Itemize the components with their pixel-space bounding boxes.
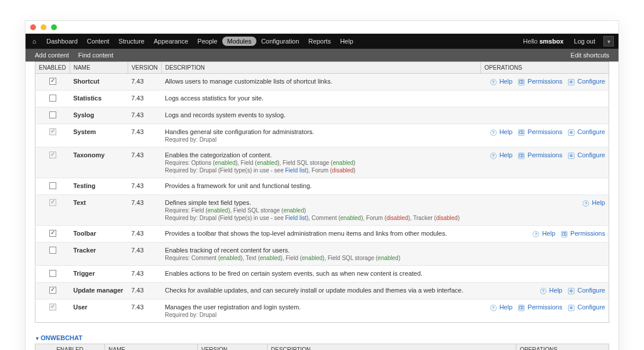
hello-label: Hello [523, 38, 540, 45]
enabled-checkbox [49, 199, 56, 206]
help-link[interactable]: ? Help [533, 230, 555, 237]
module-name: Tracker [70, 243, 128, 266]
gear-icon: ✲ [568, 153, 574, 159]
module-row-shortcut: Shortcut7.43Allows users to manage custo… [35, 74, 609, 91]
module-description: Enables actions to be fired on certain s… [161, 266, 480, 283]
modules-table: ENABLED NAME VERSION DESCRIPTION OPERATI… [35, 62, 609, 323]
module-name: Testing [70, 178, 128, 195]
help-icon: ? [540, 288, 547, 294]
module-description: Enables the categorization of content.Re… [161, 147, 480, 178]
window-traffic-lights [26, 21, 618, 34]
nav-help[interactable]: Help [335, 35, 358, 47]
enabled-checkbox[interactable] [49, 247, 56, 254]
col-description: DESCRIPTION [161, 62, 480, 74]
help-link[interactable]: ? Help [540, 287, 563, 294]
col-version: VERSION [128, 62, 161, 74]
permissions-link[interactable]: ⚿ Permissions [518, 128, 562, 135]
find-content-link[interactable]: Find content [74, 50, 118, 60]
nav-appearance[interactable]: Appearance [149, 35, 193, 47]
module-name: System [70, 124, 128, 147]
module-description: Manages the user registration and login … [161, 300, 480, 323]
home-icon[interactable]: ⌂ [30, 38, 38, 45]
module-version: 7.43 [128, 300, 161, 323]
permissions-link[interactable]: ⚿ Permissions [518, 151, 562, 158]
module-name: User [70, 300, 128, 323]
module-operations: ? Help [481, 195, 609, 226]
configure-link[interactable]: ✲ Configure [568, 287, 605, 294]
nav-dashboard[interactable]: Dashboard [42, 35, 82, 47]
settings-dropdown-icon[interactable]: ▾ [603, 36, 614, 46]
module-name: Update manager [70, 283, 128, 300]
col-name-2: NAME [105, 344, 198, 351]
minimize-dot-icon[interactable] [41, 24, 46, 30]
section-title-label: ONWEBCHAT [41, 334, 82, 341]
enabled-checkbox[interactable] [49, 230, 56, 237]
col-version-2: VERSION [198, 344, 267, 351]
nav-content[interactable]: Content [82, 35, 114, 47]
help-link[interactable]: ? Help [490, 304, 513, 311]
nav-structure[interactable]: Structure [114, 35, 149, 47]
help-icon: ? [533, 231, 539, 237]
configure-link[interactable]: ✲ Configure [568, 128, 605, 135]
username-label[interactable]: smsbox [540, 38, 564, 45]
module-description: Enables tracking of recent content for u… [161, 243, 480, 266]
permissions-link[interactable]: ⚿ Permissions [561, 230, 605, 237]
module-operations [481, 91, 609, 107]
module-description: Handles general site configuration for a… [161, 124, 480, 147]
module-version: 7.43 [128, 124, 161, 147]
module-row-system: System7.43Handles general site configura… [35, 124, 609, 147]
gear-icon: ✲ [568, 288, 574, 294]
logout-link[interactable]: Log out [569, 35, 600, 47]
module-row-toolbar: Toolbar7.43Provides a toolbar that shows… [35, 226, 609, 243]
help-link[interactable]: ? Help [490, 78, 513, 85]
permissions-link[interactable]: ⚿ Permissions [518, 304, 562, 311]
enabled-checkbox[interactable] [49, 287, 56, 294]
module-operations [481, 266, 609, 283]
module-operations [481, 243, 609, 266]
module-version: 7.43 [128, 107, 161, 124]
module-description: Provides a toolbar that shows the top-le… [161, 226, 480, 243]
help-link[interactable]: ? Help [490, 128, 513, 135]
module-operations: ? Help✲ Configure [481, 283, 609, 300]
key-icon: ⚿ [518, 305, 524, 311]
onwebchat-table: ENABLED NAME VERSION DESCRIPTION OPERATI… [35, 344, 609, 350]
module-name: Trigger [70, 266, 128, 283]
nav-reports[interactable]: Reports [304, 35, 336, 47]
module-row-testing: Testing7.43Provides a framework for unit… [35, 178, 609, 195]
help-icon: ? [490, 79, 497, 85]
enabled-checkbox[interactable] [49, 95, 56, 102]
nav-configuration[interactable]: Configuration [256, 35, 303, 47]
help-link[interactable]: ? Help [490, 151, 513, 158]
key-icon: ⚿ [561, 231, 567, 237]
col-description-2: DESCRIPTION [267, 344, 516, 351]
enabled-checkbox[interactable] [49, 111, 56, 118]
module-version: 7.43 [128, 226, 161, 243]
col-operations-2: OPERATIONS [516, 344, 609, 351]
module-version: 7.43 [128, 91, 161, 107]
enabled-checkbox[interactable] [49, 78, 56, 85]
help-icon: ? [490, 305, 497, 311]
configure-link[interactable]: ✲ Configure [568, 304, 605, 311]
help-link[interactable]: ? Help [583, 199, 605, 206]
configure-link[interactable]: ✲ Configure [568, 78, 605, 85]
zoom-dot-icon[interactable] [51, 24, 57, 30]
module-description: Provides a framework for unit and functi… [161, 178, 480, 195]
module-row-statistics: Statistics7.43Logs access statistics for… [35, 91, 609, 107]
module-row-trigger: Trigger7.43Enables actions to be fired o… [35, 266, 609, 283]
close-dot-icon[interactable] [30, 24, 36, 30]
permissions-link[interactable]: ⚿ Permissions [518, 78, 562, 85]
col-enabled: ENABLED [35, 62, 70, 74]
help-icon: ? [490, 129, 497, 136]
edit-shortcuts-link[interactable]: Edit shortcuts [566, 50, 614, 60]
module-row-update-manager: Update manager7.43Checks for available u… [35, 283, 609, 300]
enabled-checkbox [49, 151, 56, 158]
gear-icon: ✲ [568, 129, 574, 136]
add-content-link[interactable]: Add content [30, 50, 74, 60]
enabled-checkbox[interactable] [49, 182, 56, 189]
nav-people[interactable]: People [193, 35, 222, 47]
nav-modules[interactable]: Modules [222, 37, 257, 46]
help-icon: ? [583, 200, 589, 207]
enabled-checkbox[interactable] [49, 270, 56, 277]
section-onwebchat-toggle[interactable]: ▾ONWEBCHAT [36, 334, 609, 341]
configure-link[interactable]: ✲ Configure [568, 151, 605, 158]
